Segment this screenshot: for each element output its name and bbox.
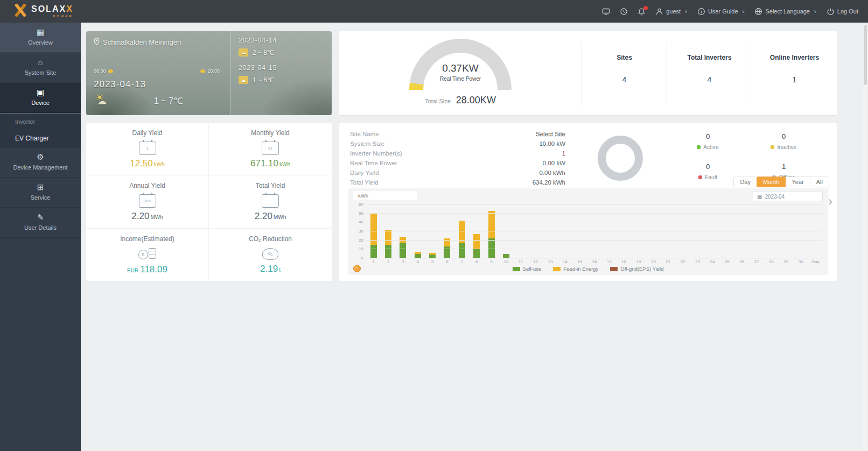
x-tick-label: 2 <box>381 259 395 264</box>
user-menu[interactable]: guest ∨ <box>655 8 688 16</box>
y-tick-label: 60 <box>359 202 363 207</box>
yield-value: 2.20MWh <box>86 211 208 222</box>
yield-title: Income(Estimated) <box>86 235 208 243</box>
sidebar-item-label: Overview <box>2 39 79 46</box>
legend-item-self-use[interactable]: Self-use <box>513 266 542 272</box>
info-label: Total Yield <box>350 179 378 186</box>
stat-online-inverters: Online Inverters1 <box>752 41 837 105</box>
yield-title: Total Yield <box>209 182 332 189</box>
brand-text: SOLAXX POWER <box>31 5 73 18</box>
bar-segment-feed-in-energy <box>473 234 480 249</box>
topbar-actions: guest ∨ User Guide ∨ Select Language ∨ L… <box>602 8 858 16</box>
x-tick-label: 26 <box>734 259 749 264</box>
language-menu[interactable]: Select Language ∨ <box>754 8 816 16</box>
sidebar-subitem-inverter[interactable]: Inverter <box>0 113 81 130</box>
chart-toolbox-button[interactable] <box>353 265 361 272</box>
x-tick-label: 20 <box>646 259 661 264</box>
inverter-status-donut <box>598 136 643 181</box>
logout-label: Log Out <box>837 8 858 15</box>
x-tick-label: 28 <box>764 259 779 264</box>
device-icon: ▣ <box>2 88 79 96</box>
sidebar-item-device-management[interactable]: ⚙Device Management <box>0 147 81 178</box>
sun-rain-icon: ☀☁ <box>94 93 112 108</box>
x-tick-label: 12 <box>528 259 543 264</box>
x-tick-label: 25 <box>720 259 734 264</box>
forecast-item: 2023-04-15☁1 ~ 6℃ <box>239 64 324 84</box>
y-tick-label: 0 <box>361 256 363 260</box>
bar-segment-self-use <box>400 243 406 258</box>
chart-plot-area <box>366 205 823 258</box>
y-tick-label: 40 <box>359 220 363 224</box>
x-tick-label: 16 <box>587 259 601 264</box>
sunrise-time: 06:30 <box>94 68 113 74</box>
range-button-month[interactable]: Month <box>757 177 786 187</box>
sidebar-item-device[interactable]: ▣Device <box>0 83 81 113</box>
sun-cloud-icon: ☁ <box>239 48 248 57</box>
sidebar-submenu: InverterEV Charger <box>0 113 81 147</box>
sidebar-item-service[interactable]: ⊞Service <box>0 178 81 208</box>
today-date: 2023-04-13 <box>94 79 223 90</box>
range-button-year[interactable]: Year <box>786 177 810 187</box>
info-label: Site Name <box>350 131 379 137</box>
realtime-power-label: Real Time Power <box>409 76 512 82</box>
status-label: Inactive <box>777 144 796 150</box>
x-tick-label: 14 <box>558 259 572 264</box>
yield-value: 2.19t <box>209 264 332 274</box>
globe-icon <box>754 8 762 16</box>
legend-label: Off-grid(EPS) Yield <box>620 266 663 272</box>
info-value: 0.00 kW <box>543 160 565 166</box>
chevron-down-icon: ∨ <box>742 9 745 14</box>
bell-icon <box>638 8 646 16</box>
stat-value: 1 <box>752 75 837 84</box>
logout-button[interactable]: Log Out <box>827 8 858 16</box>
sidebar-item-label: Device <box>2 100 79 106</box>
sidebar-item-system-site[interactable]: ⌂System Site <box>0 53 81 83</box>
status-dot <box>697 145 701 149</box>
user-icon <box>655 8 663 16</box>
legend-swatch <box>513 267 520 271</box>
stat-label: Total Inverters <box>667 54 752 61</box>
x-tick-label: 8 <box>470 259 484 264</box>
y-tick-label: 30 <box>359 229 363 234</box>
x-tick-label: 11 <box>514 259 528 264</box>
info-value: 10.00 kW <box>539 140 565 147</box>
next-site-chevron-icon[interactable]: › <box>828 194 832 209</box>
site-name-link[interactable]: Select Site <box>536 131 565 137</box>
bar-segment-feed-in-energy <box>488 211 495 239</box>
x-tick-label: 7 <box>454 259 469 264</box>
calendar-icon: ▦ <box>757 194 762 200</box>
yield-grid: Daily Yield112.50kWhMonthly Yield31671.1… <box>86 123 332 281</box>
page-scrollbar[interactable] <box>863 24 867 450</box>
gridline <box>366 204 823 205</box>
sidebar-item-overview[interactable]: ▦Overview <box>0 23 81 53</box>
sidebar-item-label: User Details <box>2 224 79 231</box>
sunset-icon <box>200 69 205 73</box>
user-guide-menu[interactable]: User Guide ∨ <box>697 8 745 16</box>
legend-item-feed-in-energy[interactable]: Feed-in Energy <box>553 266 598 272</box>
chart-date-picker[interactable]: ▦ 2023-04 <box>753 192 823 201</box>
legend-item-off-grid-eps-yield[interactable]: Off-grid(EPS) Yield <box>610 266 663 272</box>
x-tick-label: 10 <box>499 259 513 264</box>
alarm-icon-button[interactable] <box>620 8 628 16</box>
range-button-all[interactable]: All <box>810 177 829 187</box>
yield-unit: kWh <box>154 161 165 167</box>
sidebar-subitem-ev-charger[interactable]: EV Charger <box>0 130 81 147</box>
overview-stats: Sites4Total Inverters4Online Inverters1 <box>582 31 837 115</box>
stat-value: 4 <box>582 75 667 84</box>
brand-logo[interactable]: SOLAXX POWER <box>14 4 73 19</box>
yield-title: Daily Yield <box>86 129 208 137</box>
info-label: Daily Yield <box>350 170 379 176</box>
power-icon <box>827 8 835 16</box>
legend-swatch <box>610 267 618 271</box>
yield-card-income-estimated: Income(Estimated)$EUR118.09 <box>86 229 209 281</box>
gridline <box>366 222 823 222</box>
sidebar-item-user-details[interactable]: ✎User Details <box>0 208 81 238</box>
range-button-day[interactable]: Day <box>733 177 757 187</box>
x-tick-label: 30 <box>793 259 808 264</box>
chart-unit-dropdown[interactable]: kWh <box>353 191 417 200</box>
yield-value: 671.10kWh <box>209 158 332 169</box>
notifications-button[interactable] <box>638 8 646 16</box>
info-label: Inverter Number(s) <box>350 150 402 157</box>
scrollbar-thumb[interactable] <box>864 25 867 85</box>
monitor-icon-button[interactable] <box>602 8 610 16</box>
